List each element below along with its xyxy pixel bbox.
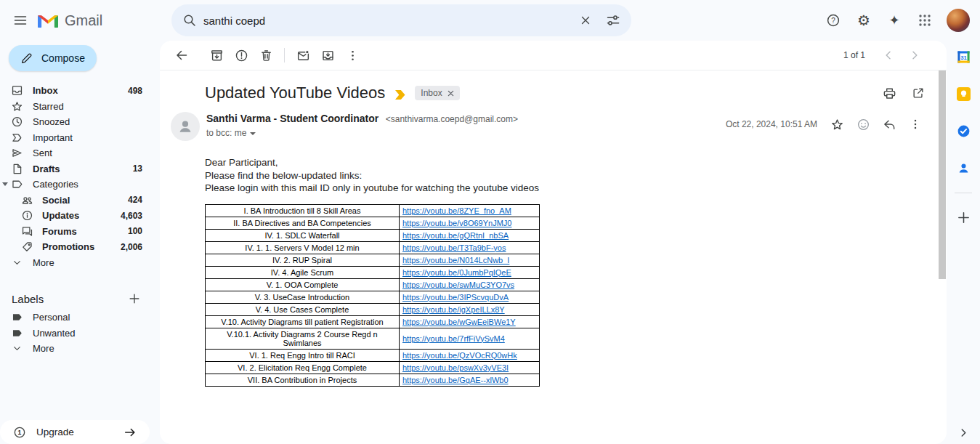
sidebar-item-snoozed[interactable]: Snoozed [0,114,160,130]
sidebar-item-more[interactable]: More [0,255,160,271]
more-options-icon[interactable] [340,43,365,68]
youtube-link[interactable]: https://youtu.be/3IPScvquDvA [402,293,509,302]
calendar-icon[interactable]: 31 [957,50,971,64]
settings-gear-icon[interactable]: ⚙ [849,6,878,35]
video-title-cell: IV. 2. RUP Spiral [206,254,400,266]
sidebar-item-sent[interactable]: Sent [0,145,160,161]
sidebar-label-personal[interactable]: Personal [0,310,160,326]
gmail-logo[interactable]: Gmail [38,12,116,29]
youtube-link[interactable]: https://youtu.be/QzVOcRQ0wHk [402,351,517,360]
youtube-link[interactable]: https://youtu.be/gQRtnI_nbSA [402,231,509,240]
move-to-icon[interactable] [315,43,340,68]
video-title-cell: VII. BA Contribution in Projects [206,374,400,386]
back-arrow-icon[interactable] [169,43,194,68]
scrollbar[interactable] [939,70,946,279]
older-chevron-icon[interactable] [904,45,925,65]
info-icon [20,209,33,222]
chevron-down-icon [10,343,23,354]
archive-icon[interactable] [204,43,229,68]
reply-icon[interactable] [878,113,900,135]
sidebar-item-drafts[interactable]: Drafts 13 [0,161,160,177]
star-icon [10,100,23,113]
newer-chevron-icon[interactable] [878,45,899,65]
upgrade-button[interactable]: 1 Upgrade [0,420,150,444]
table-row: V. 4. Use Cases Complete https://youtu.b… [206,303,540,315]
table-row: V.10.1. Activity Diagrams 2 Course Regd … [206,328,540,349]
search-filter-icon[interactable] [599,7,627,34]
video-title-cell: I. BA Introduction till 8 Skill Areas [206,204,400,217]
open-in-new-icon[interactable] [909,84,928,102]
video-link-cell: https://youtu.be/v8O69YnJMJ0 [400,217,540,229]
apps-grid-icon[interactable] [910,6,939,35]
video-link-cell: https://youtu.be/3IPScvquDvA [400,291,540,303]
create-label-plus-icon[interactable] [128,292,141,305]
video-title-cell: V. 1. OOA Complete [206,278,400,291]
youtube-link[interactable]: https://youtu.be/T3Ta9bF-yos [402,243,506,252]
youtube-link[interactable]: https://youtu.be/wGwEeiBWe1Y [402,318,516,326]
help-icon[interactable]: ? [819,6,848,35]
youtube-link[interactable]: https://youtu.be/7rfFiVySvM4 [402,334,505,343]
contacts-icon[interactable] [957,161,971,175]
video-link-cell: https://youtu.be/T3Ta9bF-yos [400,241,540,254]
report-spam-icon[interactable] [229,43,254,68]
table-row: VI. 2. Elicitation Req Engg Complete htt… [206,361,540,374]
keep-icon[interactable] [957,87,971,101]
youtube-link[interactable]: https://youtu.be/swMuC3YO7vs [402,280,514,289]
tasks-icon[interactable] [957,124,971,138]
recipient-details-toggle[interactable]: to bcc: me [206,128,518,138]
page-count: 1 of 1 [843,50,865,60]
video-title-cell: V. 4. Use Cases Complete [206,303,400,315]
youtube-link[interactable]: https://youtu.be/N014LcNwb_I [402,256,509,265]
search-input[interactable] [203,15,572,27]
sidebar-item-inbox[interactable]: Inbox 498 [0,83,160,99]
search-bar[interactable] [171,4,631,36]
inbox-icon [10,84,23,97]
video-link-cell: https://youtu.be/0JumbPqIQeE [400,266,540,278]
youtube-link[interactable]: https://youtu.be/pswXv3yVE3I [402,363,509,372]
compose-button[interactable]: Compose [9,45,97,71]
importance-marker-icon[interactable] [395,90,406,100]
email-body: Dear Participant, Please find the below-… [160,141,947,195]
important-marker-icon [10,132,23,144]
profile-avatar[interactable] [947,9,970,32]
inbox-label-chip[interactable]: Inbox [415,86,459,100]
table-row: IV. 1. 1. Servers V Model 12 min https:/… [206,241,540,254]
mark-unread-icon[interactable] [291,43,315,68]
youtube-link[interactable]: https://youtu.be/0JumbPqIQeE [402,268,511,277]
get-addons-plus-icon[interactable] [957,211,971,225]
youtube-link[interactable]: https://youtu.be/GqAE--xlWb0 [402,376,509,384]
print-icon[interactable] [880,84,899,102]
hamburger-menu-icon[interactable] [6,6,35,35]
sidebar-item-promotions[interactable]: Promotions 2,006 [0,239,160,255]
clear-search-icon[interactable] [572,7,599,34]
sidebar-item-important[interactable]: Important [0,130,160,146]
sidebar-label-unwanted[interactable]: Unwanted [0,326,160,342]
star-message-icon[interactable] [826,113,848,135]
sidebar-item-forums[interactable]: Forums 100 [0,224,160,240]
sidebar-labels-more[interactable]: More [0,341,160,357]
video-title-cell: VI. 1. Req Engg Intro till RACI [206,349,400,361]
delete-trash-icon[interactable] [254,43,278,68]
gmail-wordmark: Gmail [65,12,102,29]
hide-side-panel-chevron-icon[interactable] [958,427,969,438]
sidebar-item-categories[interactable]: Categories [0,177,160,193]
expander-triangle-icon[interactable] [2,182,8,186]
youtube-link[interactable]: https://youtu.be/8ZYE_fno_AM [402,206,511,215]
youtube-link[interactable]: https://youtu.be/igXpeILLx8Y [402,305,505,314]
topbar-actions: ? ⚙ ✦ [819,6,974,35]
gemini-icon[interactable]: ✦ [880,6,909,35]
sidebar-item-social[interactable]: Social 424 [0,193,160,209]
emoji-reaction-icon[interactable] [852,113,874,135]
message-more-icon[interactable] [904,113,926,135]
search-icon[interactable] [176,7,203,34]
remove-label-x-icon[interactable] [448,90,454,97]
tag-icon [20,241,33,253]
youtube-link[interactable]: https://youtu.be/v8O69YnJMJ0 [402,219,511,227]
svg-text:31: 31 [960,55,967,61]
sender-avatar[interactable] [171,112,200,141]
sidebar-item-updates[interactable]: Updates 4,603 [0,208,160,224]
video-link-cell: https://youtu.be/GqAE--xlWb0 [400,374,540,386]
email-view-card: 1 of 1 Updated YouTube Videos Inbox [160,41,947,444]
clock-icon [10,116,23,128]
sidebar-item-starred[interactable]: Starred [0,99,160,115]
